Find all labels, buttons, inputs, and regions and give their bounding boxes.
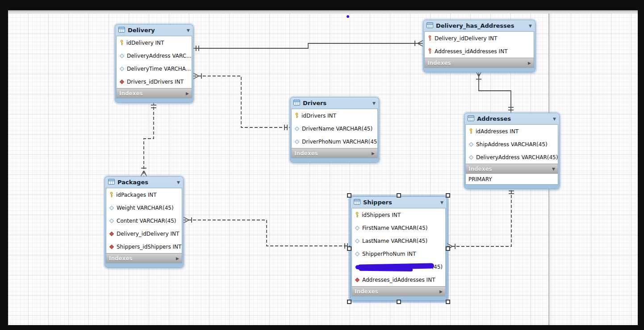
table-icon	[118, 27, 125, 34]
collapse-toggle-icon[interactable]: ▼	[177, 180, 180, 185]
column-row[interactable]: (45)	[352, 260, 445, 273]
key-yellow-icon	[468, 128, 473, 134]
column-row[interactable]: Addresses_idAddresses INT	[352, 273, 445, 286]
table-header-drivers[interactable]: Drivers▼	[291, 97, 378, 109]
column-row[interactable]: ShipperPhoNum INT	[352, 247, 445, 260]
column-row[interactable]: Delivery_idDelivery INT	[425, 32, 534, 45]
diamond-blue-icon	[294, 139, 300, 144]
table-drivers[interactable]: Drivers▼ idDrivers INT DriverName VARCHA…	[290, 97, 379, 162]
ink-dot	[347, 15, 349, 18]
table-title: Delivery_has_Addresses	[436, 22, 514, 29]
column-text: idPackages INT	[116, 192, 157, 198]
chevron-right-icon[interactable]: ▶	[176, 256, 179, 261]
column-row[interactable]: idShippers INT	[352, 208, 445, 221]
column-row[interactable]: Weight VARCHAR(45)	[106, 201, 182, 214]
table-header-packages[interactable]: Packages▼	[106, 177, 182, 188]
collapse-toggle-icon[interactable]: ▼	[187, 28, 190, 33]
collapse-toggle-icon[interactable]: ▼	[440, 200, 443, 205]
selection-handle[interactable]	[446, 246, 450, 251]
table-icon	[427, 22, 433, 30]
column-text: idDelivery INT	[126, 40, 164, 46]
diamond-red-icon	[109, 231, 114, 237]
relationship-delivery_has_addresses-addresses[interactable]	[479, 71, 511, 113]
column-row[interactable]: idDrivers INT	[292, 109, 377, 122]
indexes-row[interactable]: Indexes▶	[116, 88, 192, 98]
relationship-packages-shippers[interactable]	[183, 220, 351, 246]
chevron-down-icon[interactable]: ▼	[552, 167, 555, 171]
indexes-label: Indexes	[119, 90, 143, 97]
key-red-icon	[427, 35, 432, 41]
column-row[interactable]: ShipAddress VARCHAR(45)	[466, 138, 558, 151]
column-row[interactable]: LastName VARCHAR(45)	[352, 234, 445, 247]
table-title: Shippers	[363, 199, 392, 206]
relationship-delivery-drivers[interactable]	[193, 76, 290, 127]
table-columns: idAddresses INT ShipAddress VARCHAR(45) …	[465, 124, 558, 164]
column-row[interactable]: Drivers_idDrivers INT	[117, 75, 192, 88]
column-row[interactable]: idAddresses INT	[466, 125, 558, 138]
table-addresses[interactable]: Addresses▼ idAddresses INT ShipAddress V…	[464, 113, 559, 189]
chevron-right-icon[interactable]: ▶	[528, 61, 531, 65]
column-row[interactable]: DeliveryAddress VARCHAR(45)	[466, 151, 558, 164]
chevron-right-icon[interactable]: ▶	[372, 151, 375, 156]
table-header-delivery_has_addresses[interactable]: Delivery_has_Addresses▼	[424, 20, 534, 31]
relationship-delivery-packages[interactable]	[144, 102, 154, 177]
selection-handle[interactable]	[347, 300, 351, 304]
index-item[interactable]: PRIMARY	[465, 173, 558, 185]
collapse-toggle-icon[interactable]: ▼	[553, 117, 556, 121]
column-text: Addresses_idAddresses INT	[362, 277, 435, 283]
table-header-delivery[interactable]: Delivery▼	[116, 25, 192, 36]
indexes-row[interactable]: Indexes▶	[291, 148, 378, 158]
selection-handle[interactable]	[397, 300, 401, 304]
column-row[interactable]: Shippers_idShippers INT	[106, 240, 182, 253]
chevron-right-icon[interactable]: ▶	[439, 289, 443, 294]
indexes-row[interactable]: Indexes▶	[106, 253, 182, 263]
collapse-toggle-icon[interactable]: ▼	[372, 101, 376, 106]
diamond-red-icon	[355, 277, 360, 283]
table-shippers[interactable]: Shippers▼ idShippers INT FirstName VARCH…	[351, 197, 447, 300]
relationship-delivery-delivery_has_addresses[interactable]	[193, 43, 423, 48]
selection-handle[interactable]	[446, 300, 450, 304]
column-row[interactable]: Addresses_idAddresses INT	[425, 45, 534, 58]
table-icon	[293, 100, 300, 107]
diamond-red-icon	[109, 244, 114, 250]
diagram-canvas[interactable]: Delivery▼ idDelivery INT DeliveryAddress…	[8, 13, 638, 325]
column-row[interactable]: idDelivery INT	[117, 36, 192, 49]
selection-handle[interactable]	[446, 193, 450, 198]
selection-handle[interactable]	[347, 246, 351, 251]
indexes-row[interactable]: Indexes▶	[424, 58, 534, 68]
table-delivery_has_addresses[interactable]: Delivery_has_Addresses▼ Delivery_idDeliv…	[423, 20, 535, 72]
indexes-label: Indexes	[427, 60, 451, 66]
column-row[interactable]: idPackages INT	[106, 188, 182, 201]
indexes-row[interactable]: Indexes▶	[351, 286, 446, 296]
column-text: DriverName VARCHAR(45)	[302, 126, 372, 132]
column-text: Weight VARCHAR(45)	[117, 205, 174, 211]
collapse-toggle-icon[interactable]: ▼	[529, 24, 532, 28]
table-delivery[interactable]: Delivery▼ idDelivery INT DeliveryAddress…	[115, 25, 193, 102]
relationship-shippers-addresses[interactable]	[447, 188, 511, 246]
table-header-addresses[interactable]: Addresses▼	[465, 113, 558, 124]
table-header-shippers[interactable]: Shippers▼	[351, 197, 446, 208]
table-title: Drivers	[303, 100, 326, 106]
selection-handle[interactable]	[347, 193, 351, 198]
table-columns: idDrivers INT DriverName VARCHAR(45) Dri…	[291, 109, 378, 148]
relationship-packages-shippers-start-mark	[183, 220, 189, 223]
relationship-delivery-delivery_has_addresses-end-mark	[418, 40, 423, 43]
chevron-right-icon[interactable]: ▶	[186, 91, 189, 96]
column-text: Delivery_idDelivery INT	[435, 35, 497, 42]
relationship-delivery-packages-end-mark	[144, 171, 147, 177]
column-row[interactable]: FirstName VARCHAR(45)	[352, 221, 445, 234]
table-packages[interactable]: Packages▼ idPackages INT Weight VARCHAR(…	[105, 177, 183, 267]
column-row[interactable]: Delivery_idDelivery INT	[106, 227, 182, 240]
column-text: ShipperPhoNum INT	[362, 251, 416, 257]
column-row[interactable]: DriverName VARCHAR(45)	[292, 122, 377, 135]
column-row[interactable]: DeliveryAddress VARC...	[117, 49, 192, 62]
column-row[interactable]: DeliveryTime VARCHA...	[117, 62, 192, 75]
selection-handle[interactable]	[397, 193, 401, 198]
diamond-blue-icon	[355, 251, 360, 257]
column-text: Content VARCHAR(45)	[117, 218, 176, 224]
indexes-row[interactable]: Indexes▼	[465, 164, 558, 173]
column-row[interactable]: DriverPhoNum VARCHAR(45)	[292, 135, 377, 148]
table-icon	[108, 179, 115, 186]
table-columns: idPackages INT Weight VARCHAR(45) Conten…	[106, 188, 182, 253]
column-row[interactable]: Content VARCHAR(45)	[106, 214, 182, 227]
